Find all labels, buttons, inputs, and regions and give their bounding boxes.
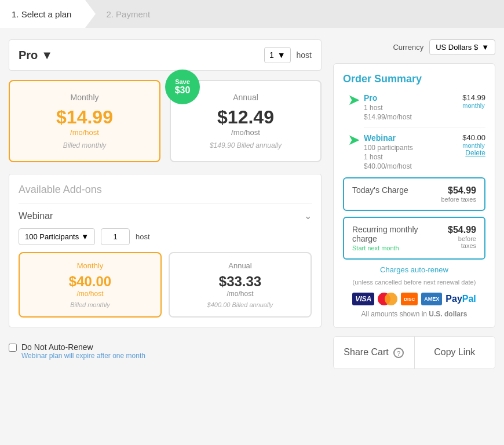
addon-host-input[interactable]: [101, 228, 130, 245]
copy-link-label: Copy Link: [434, 347, 475, 357]
order-item-pro-price: $14.99: [462, 93, 485, 102]
recurring-charge-label: Recurring monthly charge: [352, 225, 442, 243]
breadcrumb: 1. Select a plan 2. Payment: [0, 0, 504, 28]
copy-link-button[interactable]: Copy Link: [415, 337, 495, 369]
bottom-buttons: Share Cart ? Copy Link: [333, 336, 495, 369]
addon-host-label: host: [136, 232, 150, 241]
order-summary: Order Summary ➤ Pro 1 host $14.99/mo/hos…: [333, 63, 495, 328]
auto-renew-checkbox[interactable]: [9, 344, 17, 352]
save-label: Save: [175, 78, 190, 85]
currency-label: Currency: [393, 43, 423, 52]
webinar-monthly-billing: Billed monthly: [28, 301, 152, 308]
todays-charge-right: $54.99 before taxes: [441, 185, 476, 203]
webinar-annual-billing: $400.00 Billed annually: [178, 301, 302, 308]
payment-icons: VISA DISC AMEX PayPal: [343, 293, 485, 305]
host-count-arrow: ▼: [277, 50, 286, 60]
order-item-webinar-detail2: 1 host: [364, 153, 413, 161]
currency-value: US Dollars $: [436, 43, 478, 52]
recurring-charge-right: $54.99 before taxes: [442, 225, 476, 249]
left-panel: Pro ▼ 1 ▼ host Monthly $14.99 /mo/host B…: [9, 39, 322, 369]
recurring-charge-box: Recurring monthly charge Start next mont…: [343, 217, 485, 260]
plan-title[interactable]: Pro ▼: [19, 49, 53, 62]
webinar-monthly-unit: /mo/host: [28, 290, 152, 298]
order-item-webinar-name: Webinar: [364, 133, 413, 143]
annual-unit: /mo/host: [182, 128, 309, 137]
currency-select[interactable]: US Dollars $ ▼: [429, 39, 495, 55]
todays-charge-box: Today's Charge $54.99 before taxes: [343, 177, 485, 211]
participants-value: 100 Participants: [25, 232, 79, 241]
webinar-annual-card[interactable]: Annual $33.33 /mo/host $400.00 Billed an…: [169, 252, 312, 318]
breadcrumb-step1-label: 1. Select a plan: [12, 9, 71, 19]
auto-renew-sub-notice: (unless cancelled before next renewal da…: [343, 279, 485, 286]
order-item-pro: Pro 1 host $14.99/mo/host $14.99 monthly: [364, 93, 485, 127]
host-count-value: 1: [269, 50, 274, 60]
mastercard-icon: [378, 293, 397, 305]
webinar-addon: Webinar ⌄ 100 Participants ▼ host Monthl…: [19, 203, 312, 318]
plan-name: Pro: [19, 49, 38, 62]
webinar-monthly-title: Monthly: [28, 261, 152, 270]
monthly-billing: Billed monthly: [21, 141, 148, 149]
breadcrumb-step2-label: 2. Payment: [106, 9, 150, 19]
annual-price: $12.49: [182, 107, 309, 128]
recurring-charge-amount: $54.99: [442, 225, 476, 235]
host-selector: 1 ▼ host: [264, 47, 312, 63]
monthly-price: $14.99: [21, 107, 148, 128]
order-item-pro-left: Pro 1 host $14.99/mo/host: [364, 93, 412, 121]
recurring-charge-sublabel: Start next month: [352, 245, 442, 251]
main-layout: Pro ▼ 1 ▼ host Monthly $14.99 /mo/host B…: [0, 28, 504, 381]
todays-charge-row: Today's Charge $54.99 before taxes: [352, 185, 476, 203]
webinar-pricing-cards: Monthly $40.00 /mo/host Billed monthly A…: [19, 252, 312, 318]
recurring-charge-row: Recurring monthly charge Start next mont…: [352, 225, 476, 251]
monthly-title: Monthly: [21, 93, 148, 102]
webinar-annual-unit: /mo/host: [178, 290, 302, 298]
auto-renew-notice: Charges auto-renew: [343, 265, 485, 274]
amounts-note-text: All amounts shown in: [361, 310, 427, 318]
order-item-pro-row: Pro 1 host $14.99/mo/host $14.99 monthly: [364, 93, 485, 121]
webinar-monthly-card[interactable]: Monthly $40.00 /mo/host Billed monthly: [19, 252, 162, 318]
addon-header: Webinar ⌄: [19, 210, 312, 221]
breadcrumb-step2[interactable]: 2. Payment: [85, 0, 164, 28]
amounts-note: All amounts shown in U.S. dollars: [343, 310, 485, 318]
pricing-cards: Monthly $14.99 /mo/host Billed monthly S…: [9, 80, 322, 162]
annual-billing: $149.90 Billed annually: [182, 141, 309, 149]
right-panel: Currency US Dollars $ ▼ Order Summary ➤ …: [333, 39, 495, 369]
delete-webinar-button[interactable]: Delete: [462, 149, 485, 157]
todays-charge-taxes: before taxes: [441, 196, 476, 203]
order-item-webinar-price: $40.00: [462, 133, 485, 142]
breadcrumb-step1[interactable]: 1. Select a plan: [0, 0, 85, 28]
participants-select[interactable]: 100 Participants ▼: [19, 228, 95, 245]
order-item-webinar: Webinar 100 participants 1 host $40.00/m…: [364, 133, 485, 170]
addon-controls: 100 Participants ▼ host: [19, 228, 312, 245]
order-item-webinar-left: Webinar 100 participants 1 host $40.00/m…: [364, 133, 413, 170]
recurring-charge-taxes: before taxes: [442, 235, 476, 249]
todays-charge-left: Today's Charge: [352, 185, 408, 195]
order-item-webinar-detail3: $40.00/mo/host: [364, 162, 413, 170]
monthly-card[interactable]: Monthly $14.99 /mo/host Billed monthly: [9, 80, 160, 162]
order-item-webinar-row: Webinar 100 participants 1 host $40.00/m…: [364, 133, 485, 170]
auto-renew: Do Not Auto-Renew Webinar plan will expi…: [9, 337, 322, 360]
host-count-select[interactable]: 1 ▼: [264, 47, 291, 63]
todays-charge-amount: $54.99: [441, 185, 476, 196]
host-label: host: [297, 50, 312, 60]
order-item-pro-detail1: 1 host: [364, 104, 412, 112]
todays-charge-label: Today's Charge: [352, 185, 408, 195]
webinar-monthly-price: $40.00: [28, 273, 152, 290]
order-items: ➤ Pro 1 host $14.99/mo/host $14.99 month…: [343, 93, 485, 170]
addons-title: Available Add-ons: [19, 184, 312, 196]
share-cart-button[interactable]: Share Cart ?: [334, 337, 415, 369]
recurring-charge-left: Recurring monthly charge Start next mont…: [352, 225, 442, 251]
plan-dropdown-arrow[interactable]: ▼: [41, 49, 53, 62]
order-item-pro-freq: monthly: [462, 102, 485, 109]
share-cart-label: Share Cart: [344, 347, 388, 357]
currency-row: Currency US Dollars $ ▼: [333, 39, 495, 55]
share-help-icon: ?: [393, 348, 404, 358]
save-badge: Save $30: [165, 70, 200, 104]
webinar-annual-title: Annual: [178, 261, 302, 270]
monthly-unit: /mo/host: [21, 128, 148, 137]
save-amount: $30: [175, 85, 191, 96]
addon-chevron-icon[interactable]: ⌄: [304, 210, 312, 221]
auto-renew-text-block: Do Not Auto-Renew Webinar plan will expi…: [21, 342, 145, 360]
webinar-annual-price: $33.33: [178, 273, 302, 290]
amounts-note-strong: U.S. dollars: [429, 310, 467, 318]
order-item-webinar-freq: monthly: [462, 142, 485, 149]
